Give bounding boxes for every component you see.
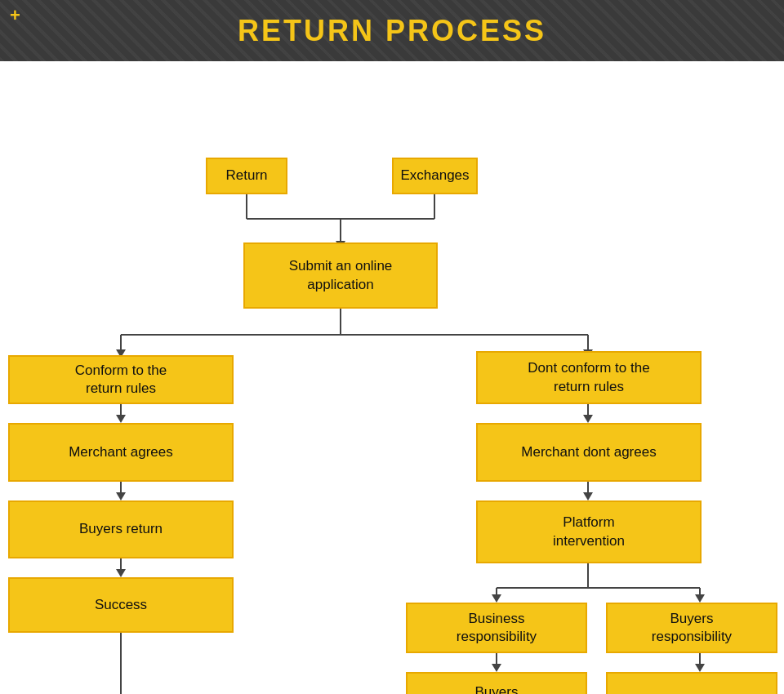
crosshair-icon xyxy=(11,8,28,24)
svg-marker-22 xyxy=(583,415,593,423)
platform-box: Platform intervention xyxy=(476,500,702,563)
page-title: RETURN PROCESS xyxy=(238,14,546,48)
header: RETURN PROCESS xyxy=(0,0,784,61)
buyers-resp-box: Buyers responsibility xyxy=(606,603,777,653)
svg-marker-14 xyxy=(116,492,126,500)
merchant-agrees-box: Merchant agrees xyxy=(8,423,234,482)
svg-marker-24 xyxy=(583,492,593,500)
buyers-return-right-box: Buyers return xyxy=(406,672,587,694)
main-content: Return Exchanges Submit an online applic… xyxy=(0,61,784,694)
svg-marker-16 xyxy=(116,569,126,577)
submit-box: Submit an online application xyxy=(243,242,438,309)
dont-conform-box: Dont conform to the return rules xyxy=(476,351,702,404)
return-box: Return xyxy=(206,158,287,194)
svg-marker-34 xyxy=(695,664,705,672)
conform-box: Conform to the return rules xyxy=(8,355,234,404)
merchant-dont-box: Merchant dont agrees xyxy=(476,423,702,482)
failure-box: Failure xyxy=(606,672,777,694)
business-resp-box: Business responsibility xyxy=(406,603,587,653)
svg-marker-32 xyxy=(492,664,501,672)
svg-marker-12 xyxy=(116,415,126,423)
exchanges-box: Exchanges xyxy=(392,158,478,194)
success-box: Success xyxy=(8,577,234,633)
svg-marker-28 xyxy=(492,594,501,603)
buyers-return-left-box: Buyers return xyxy=(8,500,234,558)
svg-marker-30 xyxy=(695,594,705,603)
